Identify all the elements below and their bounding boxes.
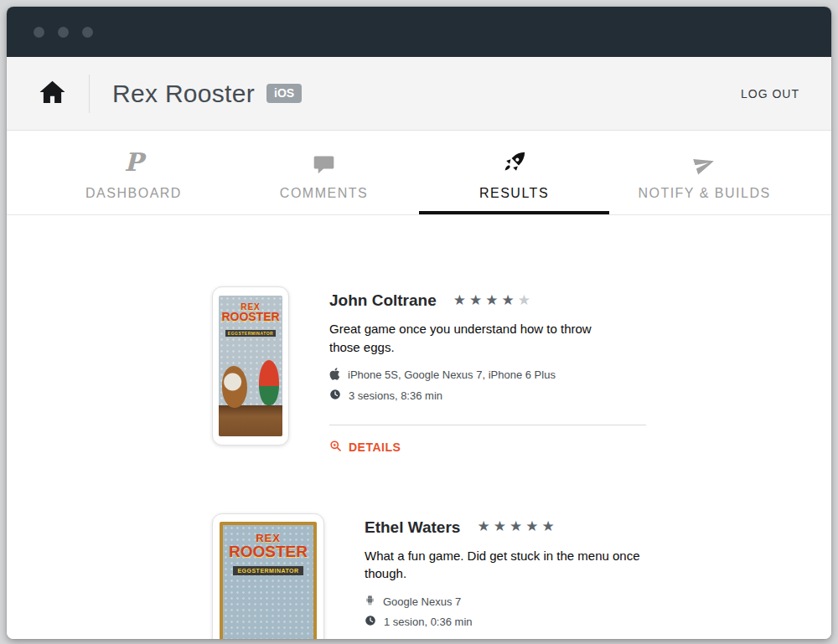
game-art-subtitle: EGGSTERMINATOR bbox=[233, 566, 303, 575]
home-icon bbox=[39, 80, 66, 108]
tab-label: COMMENTS bbox=[280, 186, 368, 201]
star-rating: ★★★★★ bbox=[453, 293, 534, 309]
reviewer-name: John Coltrane bbox=[329, 291, 437, 310]
magnifier-icon bbox=[329, 440, 342, 455]
rocket-icon bbox=[502, 148, 526, 175]
sessions-row: 3 sesions, 8:36 min bbox=[329, 389, 646, 403]
tab-comments[interactable]: COMMENTS bbox=[229, 131, 419, 214]
android-icon bbox=[365, 594, 375, 609]
tab-label: RESULTS bbox=[479, 186, 549, 201]
review-text: What a fun game. Did get stuck in the me… bbox=[365, 547, 660, 584]
sessions-row: 1 sesion, 0:36 min bbox=[365, 615, 681, 629]
tab-dashboard[interactable]: P DASHBOARD bbox=[39, 131, 229, 214]
tab-results[interactable]: RESULTS bbox=[419, 131, 609, 214]
tab-bar: P DASHBOARD COMMENTS RESULTS bbox=[7, 131, 831, 215]
paper-plane-icon bbox=[693, 148, 716, 175]
game-art-title-main: ROOSTER bbox=[219, 310, 282, 323]
window-control-minimize[interactable] bbox=[58, 27, 69, 38]
review-body: John Coltrane ★★★★★ Great game once you … bbox=[329, 286, 646, 455]
review-card: REX ROOSTER EGGSTERMINATOR Ethel Waters … bbox=[212, 513, 831, 640]
results-content: REX ROOSTER EGGSTERMINATOR John Coltrane… bbox=[7, 215, 831, 639]
tab-label: DASHBOARD bbox=[85, 186, 182, 201]
logout-link[interactable]: LOG OUT bbox=[741, 87, 799, 100]
review-card: REX ROOSTER EGGSTERMINATOR John Coltrane… bbox=[212, 286, 831, 455]
reviewer-name: Ethel Waters bbox=[365, 518, 460, 537]
clock-icon bbox=[365, 615, 376, 629]
comment-bubble-icon bbox=[313, 148, 335, 175]
game-art-subtitle: EGGSTERMINATOR bbox=[225, 330, 276, 337]
window-titlebar bbox=[7, 7, 831, 57]
header-divider bbox=[89, 75, 90, 113]
details-label: DETAILS bbox=[349, 440, 401, 454]
devices-list: Google Nexus 7 bbox=[383, 595, 461, 608]
session-thumbnail-phone[interactable]: REX ROOSTER EGGSTERMINATOR bbox=[212, 286, 289, 446]
review-text: Great game once you understand how to th… bbox=[329, 320, 624, 357]
devices-row: Google Nexus 7 bbox=[365, 594, 681, 609]
app-window: Rex Rooster iOS LOG OUT P DASHBOARD COMM… bbox=[7, 7, 831, 639]
devices-list: iPhone 5S, Google Nexus 7, iPhone 6 Plus bbox=[348, 368, 556, 381]
star-rating: ★★★★★ bbox=[477, 519, 557, 535]
fox-character-art bbox=[222, 366, 247, 408]
ground-art bbox=[219, 405, 282, 436]
playtest-p-icon: P bbox=[124, 148, 143, 175]
window-control-maximize[interactable] bbox=[82, 27, 93, 38]
clock-icon bbox=[329, 389, 341, 403]
rooster-character-art bbox=[259, 360, 279, 405]
platform-badge: iOS bbox=[266, 84, 302, 103]
card-divider bbox=[329, 425, 646, 425]
devices-row: iPhone 5S, Google Nexus 7, iPhone 6 Plus bbox=[329, 368, 646, 383]
window-control-close[interactable] bbox=[34, 27, 44, 38]
game-art: REX ROOSTER EGGSTERMINATOR bbox=[220, 522, 317, 640]
sessions-summary: 1 sesion, 0:36 min bbox=[384, 616, 473, 628]
home-button[interactable] bbox=[39, 80, 66, 108]
page-title: Rex Rooster bbox=[112, 80, 255, 108]
game-art-title-main: ROOSTER bbox=[223, 543, 313, 561]
review-body: Ethel Waters ★★★★★ What a fun game. Did … bbox=[365, 513, 681, 640]
tab-label: NOTIFY & BUILDS bbox=[638, 186, 770, 201]
tab-notify-builds[interactable]: NOTIFY & BUILDS bbox=[609, 131, 799, 214]
session-thumbnail-tablet[interactable]: REX ROOSTER EGGSTERMINATOR bbox=[212, 513, 324, 640]
apple-icon bbox=[329, 368, 340, 383]
details-button[interactable]: DETAILS bbox=[329, 440, 646, 455]
game-art: REX ROOSTER EGGSTERMINATOR bbox=[219, 296, 282, 436]
sessions-summary: 3 sesions, 8:36 min bbox=[349, 389, 442, 402]
app-header: Rex Rooster iOS LOG OUT bbox=[7, 57, 831, 131]
